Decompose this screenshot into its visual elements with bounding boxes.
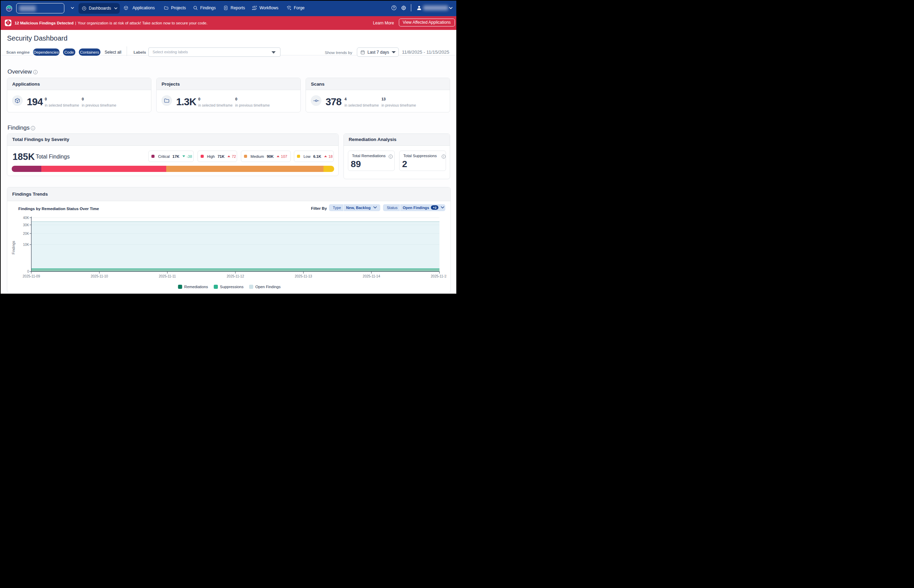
svg-text:Suppressions: Suppressions bbox=[220, 284, 244, 289]
svg-text:30K: 30K bbox=[23, 223, 29, 226]
svg-text:Findings: Findings bbox=[11, 241, 16, 254]
svg-text:2025-11-14: 2025-11-14 bbox=[363, 274, 380, 278]
svg-text:2025-11-09: 2025-11-09 bbox=[23, 274, 40, 278]
svg-text:2025-11-11: 2025-11-11 bbox=[159, 274, 176, 278]
svg-text:2025-11-12: 2025-11-12 bbox=[227, 274, 244, 278]
svg-text:2025-11-13: 2025-11-13 bbox=[295, 274, 312, 278]
svg-text:Open Findings: Open Findings bbox=[255, 284, 281, 289]
svg-text:10K: 10K bbox=[23, 243, 29, 247]
svg-text:Remediations: Remediations bbox=[184, 284, 208, 289]
svg-text:40K: 40K bbox=[23, 216, 29, 220]
svg-text:20K: 20K bbox=[23, 231, 29, 235]
svg-text:2025-11-15: 2025-11-15 bbox=[431, 274, 447, 278]
svg-text:2025-11-10: 2025-11-10 bbox=[91, 274, 108, 278]
svg-text:0: 0 bbox=[27, 270, 29, 273]
